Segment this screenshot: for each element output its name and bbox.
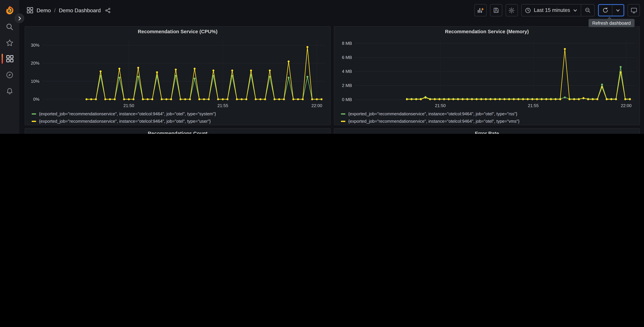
sidebar-item-dashboards[interactable] [0, 52, 19, 66]
dashboard-settings-button[interactable] [506, 4, 518, 16]
chart-memory[interactable]: 0 MB2 MB4 MB6 MB8 MB21:5021:5522:00 [334, 36, 640, 110]
search-icon [6, 23, 14, 30]
share-dashboard-button[interactable] [105, 7, 111, 14]
svg-text:6 MB: 6 MB [342, 55, 352, 60]
svg-text:21:55: 21:55 [218, 104, 228, 108]
time-range-picker[interactable]: Last 15 minutes [522, 4, 581, 16]
clock-icon [525, 7, 531, 14]
panel-recommendation-service-memory: Recommendation Service (Memory) 0 MB2 MB… [334, 26, 640, 126]
add-panel-button[interactable] [474, 4, 486, 16]
refresh-dashboard-button[interactable] [599, 5, 612, 16]
legend-series-label: {exported_job="recommendationservice", i… [39, 119, 211, 124]
gear-icon [508, 7, 515, 14]
chevron-down-icon [573, 8, 578, 12]
time-range-label: Last 15 minutes [534, 8, 570, 13]
chevron-right-icon [18, 16, 22, 20]
sidebar-item-starred[interactable] [0, 36, 19, 50]
sidebar [0, 0, 19, 134]
legend-series-swatch [341, 120, 346, 122]
share-icon [105, 7, 111, 14]
legend-series-swatch [32, 120, 36, 122]
save-dashboard-button[interactable] [490, 4, 502, 16]
panel-recommendation-service-cpu: Recommendation Service (CPU%) 0%10%20%30… [25, 26, 331, 126]
legend-item[interactable]: {exported_job="recommendationservice", i… [32, 118, 326, 125]
breadcrumb-separator: / [54, 7, 56, 14]
refresh-interval-dropdown[interactable] [612, 5, 623, 16]
chart-svg: 0 MB2 MB4 MB6 MB8 MB21:5021:5522:00 [334, 36, 640, 110]
legend-item[interactable]: {exported_job="recommendationservice", i… [341, 110, 636, 118]
chevron-down-icon [616, 8, 620, 12]
add-panel-icon [477, 7, 484, 14]
panel-title[interactable]: Recommendation Service (Memory) [334, 27, 640, 36]
dashboard-toolbar: Last 15 minutes [474, 4, 640, 16]
legend-item[interactable]: {exported_job="recommendationservice", i… [341, 118, 636, 125]
svg-text:20%: 20% [31, 61, 39, 66]
grafana-app: Demo / Demo Dashboard [0, 0, 644, 134]
active-indicator [2, 54, 3, 64]
zoom-out-icon [584, 7, 591, 14]
breadcrumb[interactable]: Demo / Demo Dashboard [27, 7, 111, 14]
scale-wrapper: Demo / Demo Dashboard [0, 0, 644, 134]
panel-title[interactable]: Recommendation Service (CPU%) [25, 27, 330, 36]
dashboard-icon [27, 7, 33, 14]
legend: {exported_job="recommendationservice", i… [334, 110, 640, 125]
breadcrumb-folder[interactable]: Demo [36, 7, 51, 14]
save-icon [493, 7, 499, 14]
cycle-view-mode-button[interactable] [628, 4, 640, 16]
panel-recommendations-count: Recommendations Count 024681021:5021:552… [25, 128, 331, 134]
monitor-icon [630, 7, 637, 14]
breadcrumb-dashboard[interactable]: Demo Dashboard [59, 7, 101, 14]
panel-title[interactable]: Recommendations Count [25, 128, 330, 134]
chart-svg: 0%10%20%30%21:5021:5522:00 [25, 36, 330, 110]
grafana-flame-icon [5, 5, 14, 15]
sidebar-item-alerting[interactable] [0, 84, 19, 98]
legend-series-swatch [32, 113, 36, 114]
compass-icon [6, 71, 14, 78]
time-controls-group: Last 15 minutes [521, 4, 595, 16]
dashboards-grid-icon [6, 55, 13, 62]
panel-error-rate: Error Rate 02040608010021:5021:5522:00 {… [334, 128, 640, 134]
legend-series-swatch [341, 113, 346, 114]
svg-text:21:50: 21:50 [124, 104, 134, 108]
refresh-tooltip: Refresh dashboard [588, 19, 634, 27]
svg-text:4 MB: 4 MB [342, 69, 352, 74]
svg-text:21:55: 21:55 [528, 104, 538, 108]
svg-text:30%: 30% [31, 43, 39, 48]
legend-item[interactable]: {exported_job="recommendationservice", i… [32, 110, 326, 118]
legend-series-label: {exported_job="recommendationservice", i… [348, 111, 518, 116]
chart-cpu[interactable]: 0%10%20%30%21:5021:5522:00 [25, 36, 330, 110]
bell-icon [6, 87, 14, 95]
svg-text:22:00: 22:00 [621, 104, 632, 108]
panel-title[interactable]: Error Rate [334, 128, 640, 134]
svg-text:8 MB: 8 MB [342, 41, 352, 46]
svg-text:0%: 0% [33, 97, 40, 102]
sidebar-expand-button[interactable] [15, 14, 24, 23]
star-icon [6, 39, 14, 46]
refresh-icon [602, 7, 608, 14]
svg-text:21:50: 21:50 [435, 104, 446, 108]
svg-text:2 MB: 2 MB [342, 83, 352, 88]
legend-series-label: {exported_job="recommendationservice", i… [348, 119, 520, 124]
sidebar-item-explore[interactable] [0, 68, 19, 82]
legend: {exported_job="recommendationservice", i… [25, 110, 330, 125]
zoom-out-time-button[interactable] [581, 4, 594, 16]
svg-text:10%: 10% [31, 79, 39, 84]
legend-series-label: {exported_job="recommendationservice", i… [39, 111, 216, 116]
svg-text:0 MB: 0 MB [342, 97, 352, 102]
top-navigation: Demo / Demo Dashboard [19, 0, 644, 20]
svg-text:22:00: 22:00 [312, 104, 322, 108]
refresh-group [598, 4, 624, 16]
